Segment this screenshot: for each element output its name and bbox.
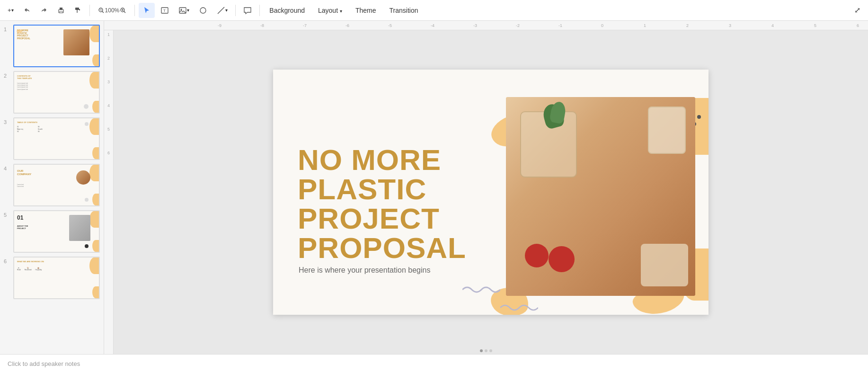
print-icon xyxy=(57,7,65,14)
comment-button[interactable] xyxy=(239,3,256,18)
redo-button[interactable] xyxy=(36,3,52,18)
insert-image-dropdown: ▾ xyxy=(187,8,189,13)
svg-line-6 xyxy=(102,11,104,13)
slide-thumbnail-5[interactable]: 5 01 ABOUT THEPROJECT xyxy=(4,210,100,253)
wavy-bottom-left xyxy=(500,301,538,315)
slide-number-4: 4 xyxy=(4,164,10,171)
svg-point-16 xyxy=(200,8,206,13)
paint-format-icon xyxy=(74,7,82,14)
dot-1 xyxy=(480,349,483,352)
slide-number-6: 6 xyxy=(4,257,10,264)
shape-button[interactable] xyxy=(195,3,211,18)
svg-text:T: T xyxy=(163,9,166,13)
comment-icon xyxy=(243,6,252,15)
slide-number-5: 5 xyxy=(4,210,10,218)
slide-photo xyxy=(506,97,695,296)
select-arrow-button[interactable] xyxy=(139,3,155,18)
svg-line-17 xyxy=(218,7,224,14)
toolbar: + ▾ 100% T ▾ ▾ Background Layout xyxy=(0,0,868,21)
slide-main-title: NO MORE PLASTIC PROJECT PROPOSAL xyxy=(298,145,466,263)
editor-area: -9 -8 -7 -6 -5 -4 -3 -2 -1 0 1 2 3 4 5 6… xyxy=(104,21,868,354)
undo-button[interactable] xyxy=(19,3,35,18)
editor-content: 1 2 3 4 5 6 xyxy=(104,30,868,354)
zoom-button[interactable]: 100% xyxy=(94,3,131,18)
svg-rect-3 xyxy=(75,8,79,10)
add-button[interactable]: + ▾ xyxy=(4,3,18,18)
dot-2 xyxy=(485,349,487,352)
line-button[interactable]: ▾ xyxy=(213,3,231,18)
separator-4 xyxy=(259,5,260,16)
ruler-vertical: 1 2 3 4 5 6 xyxy=(104,30,114,354)
layout-button[interactable]: Layout ▾ xyxy=(312,5,348,16)
speaker-notes[interactable]: Click to add speaker notes xyxy=(0,354,868,373)
dot-3 xyxy=(489,349,492,352)
redo-icon xyxy=(40,7,48,14)
print-button[interactable] xyxy=(53,3,69,18)
insert-image-icon xyxy=(178,6,187,15)
slide-thumb-3[interactable]: TABLE OF CONTENTS 01Major req03 04Growth… xyxy=(13,117,100,160)
zoom-label: 100% xyxy=(105,7,120,14)
speaker-notes-placeholder: Click to add speaker notes xyxy=(8,360,80,367)
svg-rect-1 xyxy=(60,8,62,10)
slide-number-3: 3 xyxy=(4,117,10,125)
separator-2 xyxy=(134,5,135,16)
background-button[interactable]: Background xyxy=(264,5,310,16)
separator-3 xyxy=(235,5,236,16)
separator-1 xyxy=(89,5,90,16)
select-arrow-icon xyxy=(142,6,151,15)
toolbar-right: ⤢ xyxy=(850,3,864,18)
svg-point-22 xyxy=(697,115,701,119)
svg-line-9 xyxy=(124,11,125,13)
zoom-out-icon xyxy=(97,7,105,14)
zoom-in-icon xyxy=(119,7,127,14)
transition-button[interactable]: Transition xyxy=(384,5,424,16)
slide-thumb-5[interactable]: 01 ABOUT THEPROJECT xyxy=(13,210,100,253)
slide-thumbnail-2[interactable]: 2 CONTENTS OFTHIS TEMPLATE Lorem ipsum t… xyxy=(4,71,100,114)
slide-thumb-1[interactable]: NO MOREPLASTICPROJECTPROPOSAL xyxy=(13,25,100,67)
slide-thumb-6[interactable]: WHAT WE ARE WORKING ON 🛍Retail 🏠Resident… xyxy=(13,257,100,299)
line-dropdown: ▾ xyxy=(225,8,228,13)
shape-icon xyxy=(199,6,207,15)
slide-canvas-wrapper[interactable]: NO MORE PLASTIC PROJECT PROPOSAL Here is… xyxy=(114,30,868,354)
slide-panel: 1 NO MOREPLASTICPROJECTPROPOSAL 2 CONTEN… xyxy=(0,21,104,354)
line-icon xyxy=(217,6,225,15)
svg-rect-2 xyxy=(60,11,62,13)
slide-dots-indicator xyxy=(478,347,494,354)
slide-subtitle: Here is where your presentation begins xyxy=(299,266,430,275)
paint-format-button[interactable] xyxy=(71,3,86,18)
ruler-horizontal: -9 -8 -7 -6 -5 -4 -3 -2 -1 0 1 2 3 4 5 6 xyxy=(104,21,868,30)
slide-thumb-4[interactable]: OURCOMPANY Lorem textLorem text xyxy=(13,164,100,206)
main-area: 1 NO MOREPLASTICPROJECTPROPOSAL 2 CONTEN… xyxy=(0,21,868,354)
slide-canvas[interactable]: NO MORE PLASTIC PROJECT PROPOSAL Here is… xyxy=(273,70,709,315)
text-box-button[interactable]: T xyxy=(157,3,173,18)
slide-number-2: 2 xyxy=(4,71,10,79)
wavy-left-bottom xyxy=(462,283,500,297)
insert-image-button[interactable]: ▾ xyxy=(175,3,193,18)
slide-thumbnail-1[interactable]: 1 NO MOREPLASTICPROJECTPROPOSAL xyxy=(4,25,100,67)
text-box-icon: T xyxy=(160,6,169,15)
svg-point-15 xyxy=(181,9,182,10)
add-dropdown-icon: ▾ xyxy=(11,8,14,13)
slide-thumbnail-6[interactable]: 6 WHAT WE ARE WORKING ON 🛍Retail 🏠Reside… xyxy=(4,257,100,299)
slide-thumbnail-4[interactable]: 4 OURCOMPANY Lorem textLorem text xyxy=(4,164,100,206)
slide-thumbnail-3[interactable]: 3 TABLE OF CONTENTS 01Major req03 04Grow… xyxy=(4,117,100,160)
add-icon: + xyxy=(8,7,11,14)
theme-button[interactable]: Theme xyxy=(350,5,382,16)
slide-number-1: 1 xyxy=(4,25,10,32)
maximize-button[interactable]: ⤢ xyxy=(850,3,864,18)
slide-thumb-2[interactable]: CONTENTS OFTHIS TEMPLATE Lorem ipsum tex… xyxy=(13,71,100,114)
undo-icon xyxy=(23,7,31,14)
